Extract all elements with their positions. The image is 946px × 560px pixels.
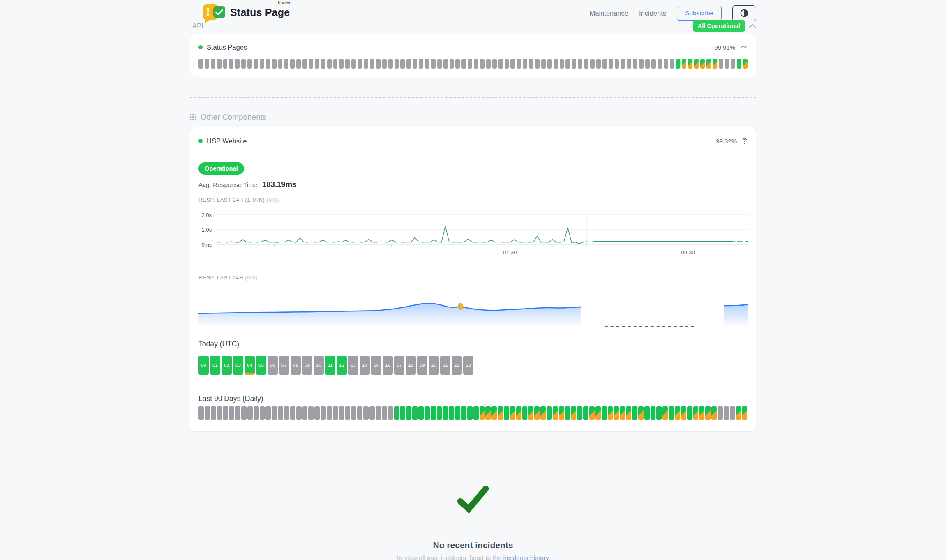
response-time-line-chart[interactable]: 2.0s1.0s0ms01:3009:30: [198, 209, 748, 258]
uptime-bar-degraded[interactable]: [700, 59, 705, 69]
uptime-bar-degraded[interactable]: [693, 406, 699, 420]
uptime-bar-no-data[interactable]: [474, 59, 478, 69]
uptime-bar-no-data[interactable]: [345, 59, 350, 69]
uptime-bar-degraded[interactable]: [699, 406, 704, 420]
uptime-bar-no-data[interactable]: [419, 59, 423, 69]
uptime-bar-no-data[interactable]: [664, 59, 668, 69]
uptime-bar-degraded[interactable]: [688, 59, 692, 69]
uptime-bar-no-data[interactable]: [388, 59, 393, 69]
uptime-bar-no-data[interactable]: [376, 406, 381, 420]
hour-block-23[interactable]: 23: [463, 356, 473, 375]
uptime-bar-no-data[interactable]: [670, 59, 674, 69]
uptime-bar-operational[interactable]: [644, 406, 650, 420]
hour-block-08[interactable]: 08: [291, 356, 301, 375]
uptime-bar-degraded[interactable]: [694, 59, 699, 69]
uptime-bar-degraded[interactable]: [675, 406, 680, 420]
hour-block-19[interactable]: 19: [417, 356, 427, 375]
hour-block-15[interactable]: 15: [371, 356, 381, 375]
uptime-bar-no-data[interactable]: [450, 59, 454, 69]
uptime-bar-operational[interactable]: [473, 406, 479, 420]
uptime-bar-no-data[interactable]: [266, 59, 270, 69]
uptime-bar-degraded[interactable]: [595, 406, 601, 420]
uptime-bar-degraded[interactable]: [742, 406, 747, 420]
theme-toggle-button[interactable]: [732, 5, 756, 21]
uptime-bar-degraded[interactable]: [662, 406, 668, 420]
collapse-arrow-icon[interactable]: [742, 137, 748, 145]
uptime-bar-no-data[interactable]: [658, 59, 662, 69]
uptime-bar-no-data[interactable]: [235, 59, 240, 69]
uptime-bar-no-data[interactable]: [498, 59, 503, 69]
uptime-bar-no-data[interactable]: [309, 59, 313, 69]
uptime-bar-no-data[interactable]: [235, 406, 240, 420]
uptime-bar-no-data[interactable]: [376, 59, 381, 69]
hour-block-11[interactable]: 11: [325, 356, 335, 375]
uptime-bar-operational[interactable]: [443, 406, 448, 420]
hour-block-07[interactable]: 07: [279, 356, 289, 375]
uptime-bar-no-data[interactable]: [400, 59, 405, 69]
uptime-bar-operational[interactable]: [669, 406, 674, 420]
uptime-bar-no-data[interactable]: [364, 59, 368, 69]
uptime-bar-no-data[interactable]: [645, 59, 650, 69]
uptime-bar-no-data[interactable]: [572, 59, 576, 69]
hour-block-09[interactable]: 09: [302, 356, 312, 375]
uptime-bar-operational[interactable]: [656, 406, 662, 420]
uptime-bar-operational[interactable]: [583, 406, 588, 420]
uptime-bar-no-data[interactable]: [486, 59, 491, 69]
uptime-bar-no-data[interactable]: [413, 59, 417, 69]
uptime-bar-degraded[interactable]: [516, 406, 521, 420]
hour-block-18[interactable]: 18: [406, 356, 416, 375]
uptime-bar-operational[interactable]: [449, 406, 454, 420]
uptime-bar-degraded[interactable]: [589, 406, 595, 420]
uptime-bar-degraded[interactable]: [534, 406, 540, 420]
hour-block-00[interactable]: 00: [198, 356, 209, 375]
uptime-bar-operational[interactable]: [602, 406, 607, 420]
uptime-bar-degraded[interactable]: [553, 406, 558, 420]
uptime-bar-no-data[interactable]: [302, 59, 307, 69]
uptime-bar-operational[interactable]: [418, 406, 424, 420]
uptime-bar-operational[interactable]: [425, 406, 430, 420]
uptime-bar-no-data[interactable]: [461, 59, 466, 69]
hour-block-17[interactable]: 17: [394, 356, 404, 375]
chart-marker-dot[interactable]: [458, 303, 463, 310]
uptime-bar-no-data[interactable]: [254, 59, 258, 69]
hour-block-14[interactable]: 14: [360, 356, 370, 375]
hour-block-03[interactable]: 03: [233, 356, 243, 375]
uptime-bar-degraded[interactable]: [485, 406, 491, 420]
uptime-bar-no-data[interactable]: [358, 59, 362, 69]
hour-block-01[interactable]: 01: [210, 356, 220, 375]
hour-block-22[interactable]: 22: [452, 356, 462, 375]
uptime-bar-operational[interactable]: [400, 406, 405, 420]
uptime-bar-no-data[interactable]: [480, 59, 485, 69]
nav-maintenance[interactable]: Maintenance: [590, 9, 628, 17]
uptime-bar-no-data[interactable]: [205, 406, 210, 420]
uptime-bar-no-data[interactable]: [724, 406, 729, 420]
uptime-bar-no-data[interactable]: [651, 59, 656, 69]
uptime-bar-no-data[interactable]: [284, 59, 288, 69]
uptime-bar-no-data[interactable]: [363, 406, 369, 420]
uptime-bar-no-data[interactable]: [315, 59, 319, 69]
uptime-bar-degraded[interactable]: [626, 406, 631, 420]
uptime-bar-no-data[interactable]: [223, 59, 228, 69]
uptime-bar-no-data[interactable]: [205, 59, 209, 69]
hour-block-20[interactable]: 20: [429, 356, 439, 375]
uptime-bar-operational[interactable]: [467, 406, 473, 420]
hour-block-12[interactable]: 12: [337, 356, 347, 375]
uptime-bar-operational[interactable]: [461, 406, 466, 420]
uptime-bar-no-data[interactable]: [217, 406, 222, 420]
uptime-bar-no-data[interactable]: [492, 59, 497, 69]
uptime-bar-no-data[interactable]: [731, 59, 735, 69]
uptime-bar-degraded[interactable]: [614, 406, 619, 420]
uptime-bar-degraded[interactable]: [620, 406, 625, 420]
uptime-bar-no-data[interactable]: [272, 406, 277, 420]
uptime-bar-no-data[interactable]: [339, 406, 344, 420]
uptime-bar-no-data[interactable]: [290, 406, 295, 420]
uptime-bar-no-data[interactable]: [260, 406, 265, 420]
uptime-bar-no-data[interactable]: [621, 59, 625, 69]
uptime-bar-no-data[interactable]: [468, 59, 472, 69]
uptime-bar-no-data[interactable]: [265, 406, 271, 420]
uptime-bar-degraded[interactable]: [743, 59, 748, 69]
uptime-bar-no-data[interactable]: [308, 406, 314, 420]
uptime-bar-no-data[interactable]: [321, 59, 325, 69]
subscribe-button[interactable]: Subscribe: [677, 6, 722, 21]
uptime-bar-no-data[interactable]: [241, 59, 246, 69]
